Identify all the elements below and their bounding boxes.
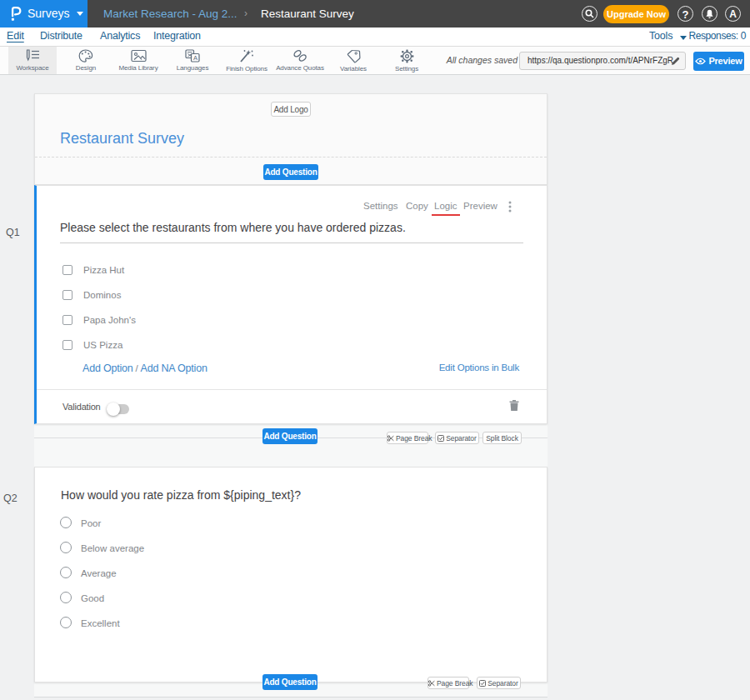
svg-text:A: A [193, 54, 198, 62]
